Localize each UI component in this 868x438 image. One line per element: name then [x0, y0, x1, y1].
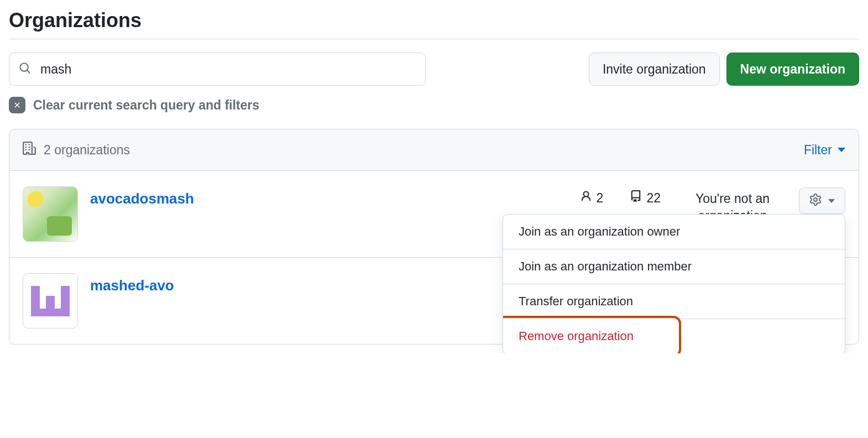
- org-count-label: 2 organizations: [44, 143, 130, 158]
- dropdown-item-join-owner[interactable]: Join as an organization owner: [503, 215, 845, 249]
- caret-down-icon: [838, 148, 845, 152]
- page-title: Organizations: [9, 9, 859, 39]
- members-stat[interactable]: 2: [580, 190, 604, 206]
- list-header: 2 organizations Filter: [9, 129, 859, 171]
- org-list: 2 organizations Filter avocadosmash 2 22: [9, 129, 859, 345]
- org-name-link[interactable]: mashed-avo: [90, 277, 174, 294]
- search-wrapper: [9, 53, 426, 86]
- clear-search-row[interactable]: Clear current search query and filters: [9, 97, 859, 113]
- org-settings-button[interactable]: [799, 187, 845, 214]
- organization-icon: [23, 142, 36, 158]
- filter-button[interactable]: Filter: [804, 143, 845, 158]
- person-icon: [580, 190, 592, 206]
- new-organization-button[interactable]: New organization: [726, 53, 859, 86]
- avatar[interactable]: [23, 186, 78, 242]
- filter-label: Filter: [804, 143, 832, 158]
- org-name-link[interactable]: avocadosmash: [90, 190, 194, 207]
- repos-stat[interactable]: 22: [630, 190, 661, 206]
- invite-organization-button[interactable]: Invite organization: [589, 53, 720, 86]
- gear-icon: [809, 194, 822, 208]
- avatar[interactable]: [23, 273, 78, 328]
- repo-icon: [630, 190, 642, 206]
- dropdown-item-remove[interactable]: Remove organization: [503, 319, 845, 353]
- members-count: 2: [597, 191, 604, 206]
- clear-search-label[interactable]: Clear current search query and filters: [33, 98, 259, 113]
- search-icon: [19, 62, 31, 76]
- dropdown-item-transfer[interactable]: Transfer organization: [503, 284, 845, 319]
- org-actions-dropdown: Join as an organization owner Join as an…: [503, 214, 845, 353]
- toolbar: Invite organization New organization: [9, 53, 859, 86]
- org-row: avocadosmash 2 22 You're not an organiza…: [9, 171, 859, 258]
- clear-icon[interactable]: [9, 97, 25, 113]
- caret-down-icon: [828, 199, 835, 203]
- repos-count: 22: [646, 191, 661, 206]
- search-input[interactable]: [9, 53, 426, 86]
- dropdown-item-join-member[interactable]: Join as an organization member: [503, 249, 845, 284]
